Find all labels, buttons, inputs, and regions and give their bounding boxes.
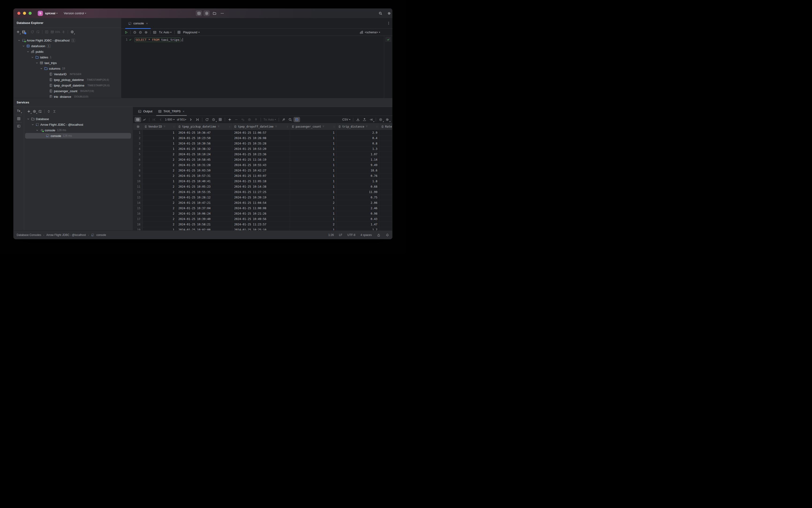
table-row[interactable]: 622024-01-25 10:58:452024-01-25 11:16:19… — [133, 157, 393, 163]
table-cell[interactable] — [379, 189, 392, 195]
table-cell[interactable]: 2.46 — [336, 206, 379, 211]
chevron-down-icon[interactable] — [17, 39, 20, 42]
open-console-button[interactable] — [37, 109, 43, 114]
tx-mode-select[interactable]: Tx: Auto — [159, 31, 172, 34]
filter-funnel-icon[interactable] — [275, 125, 277, 128]
table-cell[interactable]: 2024-01-25 10:03:50 — [177, 168, 232, 173]
table-row[interactable]: 1422024-01-25 10:47:212024-01-25 11:04:5… — [133, 200, 393, 206]
minimize-window-button[interactable] — [23, 12, 26, 15]
execute-button[interactable] — [123, 30, 129, 35]
project-avatar[interactable]: S — [38, 11, 43, 16]
table-cell[interactable]: 1 — [290, 211, 336, 216]
table-cell[interactable]: 2024-01-25 10:55:43 — [232, 163, 290, 168]
table-cell[interactable]: 2024-01-25 11:00:08 — [232, 206, 290, 211]
chevron-down-icon[interactable] — [27, 118, 30, 121]
last-page-button[interactable] — [194, 117, 201, 122]
table-cell[interactable]: 2024-01-25 10:06:24 — [177, 211, 232, 216]
new-datasource-button[interactable] — [15, 29, 21, 35]
lock-open-icon[interactable] — [377, 234, 380, 237]
column-header[interactable]: VendorID — [143, 123, 177, 130]
table-row[interactable]: 1012024-01-25 10:40:412024-01-25 11:05:1… — [133, 179, 393, 184]
sort-icon[interactable] — [173, 125, 175, 128]
table-cell[interactable]: 1 — [290, 152, 336, 157]
table-cell[interactable]: 2024-01-25 11:23:57 — [232, 222, 290, 227]
view-options-button[interactable] — [377, 117, 384, 122]
grid-corner-cell[interactable] — [133, 123, 143, 130]
column-header[interactable]: passenger_count — [290, 123, 337, 130]
table-cell[interactable] — [379, 135, 392, 141]
table-cell[interactable]: 2 — [143, 157, 177, 162]
close-icon[interactable] — [145, 22, 148, 25]
first-page-button[interactable] — [151, 117, 157, 122]
table-cell[interactable]: 0.8 — [336, 141, 379, 146]
table-cell[interactable] — [379, 173, 392, 178]
run-sql-script-button[interactable] — [44, 29, 49, 35]
table-cell[interactable]: 1 — [143, 135, 177, 141]
submit-button[interactable] — [246, 117, 253, 122]
table-cell[interactable]: 1 — [290, 189, 336, 195]
table-cell[interactable]: 2024-01-25 11:27:25 — [232, 189, 290, 195]
table-cell[interactable]: 2.9 — [336, 130, 379, 135]
commit-button[interactable] — [253, 117, 259, 122]
table-cell[interactable]: 2024-01-25 11:03:07 — [232, 173, 290, 178]
close-icon[interactable] — [182, 110, 185, 113]
tree-row[interactable]: tpep_pickup_datetimeTIMESTAMP(26,6) — [13, 77, 121, 83]
more-tool-windows-button[interactable] — [219, 10, 225, 16]
table-row[interactable]: 922024-01-25 10:57:312024-01-25 11:03:07… — [133, 173, 393, 179]
table-row[interactable]: 522024-01-25 10:10:242024-01-25 10:23:36… — [133, 152, 393, 157]
tree-row[interactable]: taxi_trips — [13, 60, 121, 66]
table-cell[interactable]: 0.75 — [336, 195, 379, 200]
page-range-select[interactable]: 1-500 — [165, 118, 175, 121]
table-cell[interactable]: 2024-01-25 10:37:04 — [177, 206, 232, 211]
table-cell[interactable]: 1 — [290, 130, 336, 135]
table-cell[interactable]: 1 — [290, 206, 336, 211]
table-cell[interactable]: 2 — [143, 211, 177, 216]
table-view-button[interactable] — [135, 117, 141, 122]
tree-row[interactable]: console126 ms — [25, 133, 131, 139]
table-cell[interactable]: 1 — [290, 195, 336, 200]
table-cell[interactable]: 2024-01-25 10:26:08 — [232, 135, 290, 141]
chevron-down-icon[interactable] — [22, 45, 25, 48]
close-window-button[interactable] — [17, 12, 20, 15]
vcs-menu[interactable]: Version control — [64, 11, 84, 15]
add-row-button[interactable] — [226, 117, 233, 122]
table-cell[interactable]: 2024-01-25 10:39:19 — [232, 195, 290, 200]
revert-button[interactable] — [239, 117, 246, 122]
refresh-button[interactable] — [30, 29, 35, 35]
table-cell[interactable]: 11.99 — [336, 189, 379, 195]
table-row[interactable]: 1322024-01-25 10:28:122024-01-25 10:39:1… — [133, 195, 393, 200]
table-cell[interactable]: 2024-01-25 11:06:57 — [232, 130, 290, 135]
table-cell[interactable]: 2 — [290, 222, 336, 227]
table-cell[interactable]: 2024-01-25 10:47:21 — [177, 200, 232, 206]
table-cell[interactable]: 2024-01-25 10:21:26 — [232, 211, 290, 216]
table-cell[interactable]: 2.06 — [336, 200, 379, 206]
table-cell[interactable]: 2024-01-25 10:36:47 — [177, 130, 232, 135]
table-row[interactable]: 112024-01-25 10:36:472024-01-25 11:06:57… — [133, 130, 393, 135]
parameters-button[interactable] — [138, 30, 143, 35]
filter-panel-button[interactable] — [294, 117, 300, 122]
add-service-button[interactable] — [26, 109, 32, 114]
table-cell[interactable] — [379, 130, 392, 135]
stop-button[interactable] — [176, 30, 182, 35]
export-format-select[interactable]: CSV — [342, 118, 351, 121]
table-cell[interactable]: 2024-01-25 10:05:23 — [177, 184, 232, 189]
table-row[interactable]: 1222024-01-25 10:55:352024-01-25 11:27:2… — [133, 189, 393, 195]
table-cell[interactable]: 2024-01-25 10:42:27 — [232, 168, 290, 173]
chevron-down-icon[interactable] — [35, 129, 39, 132]
table-cell[interactable]: 2024-01-25 10:58:21 — [177, 222, 232, 227]
chevron-down-icon[interactable] — [26, 50, 30, 53]
table-cell[interactable] — [379, 179, 392, 184]
tree-row[interactable]: tables1 — [13, 54, 121, 60]
export-button[interactable] — [368, 117, 374, 122]
table-cell[interactable]: 0.98 — [336, 211, 379, 216]
table-cell[interactable]: 2 — [143, 206, 177, 211]
filter-funnel-icon[interactable] — [217, 125, 220, 128]
table-cell[interactable]: 1 — [290, 141, 336, 146]
auto-refresh-button[interactable] — [210, 117, 217, 122]
tree-row[interactable]: tpep_dropoff_datetimeTIMESTAMP(26,6) — [13, 83, 121, 88]
view-options-button[interactable] — [32, 109, 37, 114]
tree-row[interactable]: console126 ms — [24, 127, 133, 133]
caret-position[interactable]: 1:26 — [328, 234, 334, 237]
chevron-down-icon[interactable] — [31, 56, 34, 59]
download-button[interactable] — [355, 117, 361, 122]
